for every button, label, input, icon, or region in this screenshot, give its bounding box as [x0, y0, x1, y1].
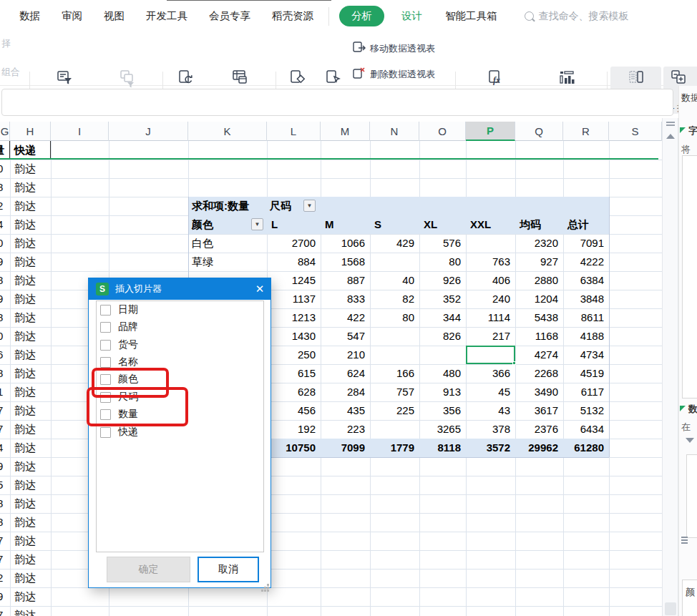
pivot-value-cell[interactable]: 624	[321, 364, 365, 383]
cell-courier[interactable]: 韵达	[10, 290, 51, 308]
pivot-value-cell[interactable]: 456	[267, 401, 316, 420]
section-collapse-icon[interactable]	[680, 406, 686, 411]
pivot-value-cell[interactable]: 4274	[515, 346, 558, 364]
pivot-value-cell[interactable]: 6434	[563, 420, 604, 439]
cell-courier[interactable]: 韵达	[10, 271, 51, 290]
pivot-value-cell[interactable]: 6117	[563, 383, 604, 401]
pivot-value-cell[interactable]: 615	[267, 364, 316, 383]
cell-courier[interactable]: 韵达	[10, 587, 51, 606]
pivot-value-cell[interactable]: 284	[321, 383, 365, 401]
pivot-value-cell[interactable]: 45	[466, 383, 510, 401]
cell-qty-partial[interactable]: 2	[0, 197, 10, 215]
cell-qty-partial[interactable]: 2	[0, 569, 10, 587]
pivot-value-cell[interactable]: 927	[515, 253, 558, 271]
cell-qty-partial[interactable]: 9	[0, 457, 10, 476]
cell-qty-partial[interactable]: 1	[0, 383, 10, 401]
pivot-value-cell[interactable]: 223	[321, 420, 365, 439]
cell-courier[interactable]: 韵达	[10, 401, 51, 420]
pivot-grand-total-cell[interactable]: 1779	[370, 439, 414, 457]
cell-qty-partial[interactable]: 7	[0, 401, 10, 420]
pivot-value-cell[interactable]: 628	[267, 383, 316, 401]
pivot-value-cell[interactable]: 547	[321, 327, 365, 346]
pivot-value-cell[interactable]: 763	[466, 253, 510, 271]
checkbox-unchecked-icon[interactable]	[100, 322, 111, 333]
pivot-value-cell[interactable]: 352	[419, 290, 461, 308]
pivot-grand-total-cell[interactable]: 29962	[515, 439, 558, 457]
vertical-scrollbar[interactable]	[662, 118, 678, 616]
pivot-row-label[interactable]: 白色	[192, 234, 213, 253]
split-handle[interactable]	[666, 122, 675, 123]
column-header-I[interactable]: I	[51, 122, 109, 141]
cell-courier[interactable]: 韵达	[10, 346, 51, 364]
pivot-value-cell[interactable]: 422	[321, 308, 365, 327]
pivot-value-field-cell[interactable]: 求和项:数量	[192, 197, 249, 215]
cell-courier[interactable]: 韵达	[10, 420, 51, 439]
pivot-value-cell[interactable]: 6384	[563, 271, 604, 290]
resize-grip[interactable]	[267, 584, 269, 586]
cell-qty-partial[interactable]: 7	[0, 420, 10, 439]
pivot-value-cell[interactable]: 378	[466, 420, 510, 439]
cell-qty-partial[interactable]: 4	[0, 215, 10, 234]
pivot-value-cell[interactable]: 2700	[267, 234, 316, 253]
slicer-field-row-0[interactable]: 日期	[100, 302, 138, 318]
cell-qty-partial[interactable]: 0	[0, 327, 10, 346]
pivot-col-header[interactable]: S	[374, 215, 381, 234]
pivot-col-header[interactable]: XXL	[470, 215, 491, 234]
pivot-value-cell[interactable]: 344	[419, 308, 461, 327]
menu-tab[interactable]: 会员专享	[198, 9, 261, 23]
cell-qty-partial[interactable]: 9	[0, 290, 10, 308]
pivot-value-cell[interactable]: 429	[370, 234, 414, 253]
pivot-value-cell[interactable]: 887	[321, 271, 365, 290]
selection-handle[interactable]	[512, 361, 516, 365]
pivot-value-cell[interactable]: 5132	[563, 401, 604, 420]
pivot-grand-total-cell[interactable]: 7099	[321, 439, 365, 457]
pivot-value-cell[interactable]: 884	[267, 253, 316, 271]
menu-tab[interactable]: 稻壳资源	[261, 9, 324, 23]
cell-qty-partial[interactable]: 7	[0, 606, 10, 616]
cell-courier[interactable]: 韵达	[10, 364, 51, 383]
split-handle[interactable]	[666, 124, 675, 126]
cell-qty-partial[interactable]: 8	[0, 308, 10, 327]
color-filter-dropdown[interactable]: ▼	[251, 218, 263, 230]
slicer-field-row-1[interactable]: 品牌	[100, 319, 138, 335]
column-header-G[interactable]: G	[0, 122, 10, 141]
pivot-value-cell[interactable]: 1213	[267, 308, 316, 327]
cell-courier[interactable]: 韵达	[10, 327, 51, 346]
column-header-O[interactable]: O	[419, 122, 466, 141]
pivot-value-cell[interactable]: 4222	[563, 253, 604, 271]
column-header-H[interactable]: H	[10, 122, 51, 141]
menu-tab[interactable]: 数据	[9, 9, 51, 23]
cell-qty-partial[interactable]: 5	[0, 476, 10, 494]
dialog-title-bar[interactable]: S 插入切片器 ✕	[89, 278, 270, 300]
cell-qty-partial[interactable]: 8	[0, 364, 10, 383]
checkbox-unchecked-icon[interactable]	[100, 340, 111, 351]
pivot-value-cell[interactable]: 1066	[321, 234, 365, 253]
pivot-value-cell[interactable]: 1204	[515, 290, 558, 308]
column-header-L[interactable]: L	[267, 122, 321, 141]
pivot-value-cell[interactable]: 40	[370, 271, 414, 290]
pivot-col-header[interactable]: L	[271, 215, 278, 234]
checkbox-unchecked-icon[interactable]	[100, 427, 111, 438]
cell-qty-partial[interactable]: 6	[0, 346, 10, 364]
pivot-value-cell[interactable]: 217	[466, 327, 510, 346]
pivot-value-cell[interactable]: 576	[419, 234, 461, 253]
column-header-N[interactable]: N	[370, 122, 419, 141]
cell-courier[interactable]: 韵达	[10, 606, 51, 616]
tab-design[interactable]: 设计	[390, 9, 434, 23]
cell-courier[interactable]: 韵达	[10, 457, 51, 476]
pivot-value-cell[interactable]: 7091	[563, 234, 604, 253]
pivot-value-cell[interactable]: 4519	[563, 364, 604, 383]
pivot-value-cell[interactable]: 80	[370, 308, 414, 327]
cell-courier[interactable]: 韵达	[10, 439, 51, 457]
menu-tab[interactable]: 开发工具	[135, 9, 198, 23]
tab-analysis[interactable]: 分析	[339, 6, 384, 26]
section-collapse-icon[interactable]	[680, 127, 686, 133]
pivot-value-cell[interactable]: 1114	[466, 308, 510, 327]
pivot-value-cell[interactable]: 2268	[515, 364, 558, 383]
pivot-value-cell[interactable]: 3490	[515, 383, 558, 401]
cell-qty-partial[interactable]: 9	[0, 587, 10, 606]
pivot-value-cell[interactable]: 1137	[267, 290, 316, 308]
cell-courier[interactable]: 韵达	[10, 253, 51, 271]
checkbox-unchecked-icon[interactable]	[100, 357, 111, 368]
pivot-value-cell[interactable]: 43	[466, 401, 510, 420]
